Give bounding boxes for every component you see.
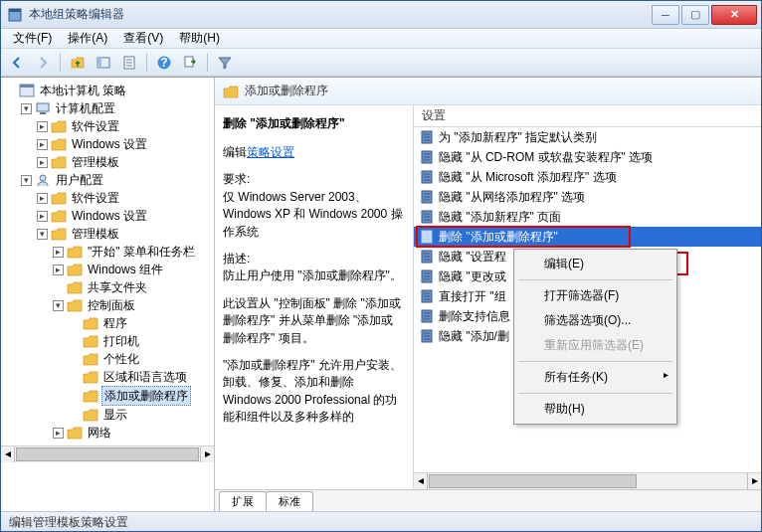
- settings-item[interactable]: 隐藏 "从 CD-ROM 或软盘安装程序" 选项: [414, 147, 761, 167]
- menu-action[interactable]: 操作(A): [60, 28, 115, 49]
- folder-icon: [83, 370, 98, 384]
- tree-item[interactable]: ▸软件设置: [37, 117, 214, 135]
- expand-icon[interactable]: ▸: [53, 265, 64, 275]
- expand-icon[interactable]: ▸: [37, 121, 48, 132]
- minimize-button[interactable]: ─: [652, 5, 679, 25]
- folder-icon: [67, 263, 83, 276]
- menu-help[interactable]: 帮助(H): [171, 28, 228, 49]
- policy-item-icon: [420, 230, 434, 244]
- policy-item-icon: [420, 170, 434, 184]
- maximize-button[interactable]: ▢: [681, 5, 709, 25]
- collapse-icon[interactable]: ▾: [21, 175, 32, 186]
- collapse-icon[interactable]: ▾: [53, 300, 64, 311]
- settings-item[interactable]: 隐藏 "添加新程序" 页面: [414, 207, 761, 227]
- settings-column-header[interactable]: 设置: [414, 105, 761, 127]
- filter-button[interactable]: [213, 52, 237, 74]
- help-button[interactable]: ?: [152, 52, 176, 74]
- policy-item-icon: [420, 329, 434, 343]
- tree-control-panel[interactable]: ▾控制面板: [53, 296, 214, 314]
- context-menu-item: 重新应用筛选器(E): [516, 333, 674, 358]
- tree-item-selected[interactable]: 添加或删除程序: [69, 386, 214, 406]
- folder-icon: [51, 155, 67, 169]
- context-menu-item[interactable]: 打开筛选器(F): [516, 283, 674, 308]
- tree-item[interactable]: 共享文件夹: [53, 278, 214, 296]
- expand-icon[interactable]: ▸: [37, 211, 48, 222]
- context-menu-item[interactable]: 所有任务(K): [516, 365, 674, 390]
- folder-icon: [83, 334, 98, 348]
- tree-item[interactable]: ▸管理模板: [37, 153, 214, 171]
- expand-icon[interactable]: ▸: [37, 193, 48, 204]
- context-menu-item[interactable]: 编辑(E): [516, 252, 674, 276]
- tree-item[interactable]: 显示: [69, 406, 214, 424]
- folder-icon: [83, 389, 98, 403]
- context-menu-item[interactable]: 帮助(H): [516, 397, 674, 422]
- tree-item[interactable]: ▸Windows 设置: [37, 135, 214, 153]
- tree-computer-config[interactable]: ▾计算机配置: [21, 99, 214, 117]
- menu-separator: [518, 393, 672, 394]
- tree-user-config[interactable]: ▾用户配置: [21, 171, 214, 189]
- settings-item[interactable]: 删除 "添加或删除程序": [414, 227, 761, 247]
- policy-item-icon: [420, 190, 434, 204]
- tree-item[interactable]: 区域和语言选项: [69, 368, 214, 386]
- tree-item[interactable]: ▸"开始" 菜单和任务栏: [53, 243, 214, 261]
- tree-item[interactable]: 程序: [69, 314, 214, 332]
- tb-sep-3: [207, 54, 208, 72]
- forward-button[interactable]: [31, 52, 55, 74]
- policy-icon: [19, 84, 35, 97]
- tree-item[interactable]: ▸Windows 组件: [53, 261, 214, 278]
- close-button[interactable]: ✕: [711, 5, 757, 25]
- menu-view[interactable]: 查看(V): [115, 28, 171, 49]
- tree-item[interactable]: 个性化: [69, 350, 214, 368]
- policy-item-icon: [420, 210, 434, 224]
- settings-item[interactable]: 为 "添加新程序" 指定默认类别: [414, 127, 761, 147]
- tree-pane[interactable]: 本地计算机 策略 ▾计算机配置 ▸软件设置 ▸Windows 设置 ▸管理模板: [1, 78, 215, 511]
- folder-icon: [51, 191, 67, 205]
- folder-icon: [51, 119, 67, 133]
- svg-rect-3: [97, 58, 101, 68]
- edit-policy-link[interactable]: 策略设置: [247, 145, 294, 159]
- menu-file[interactable]: 文件(F): [5, 28, 60, 49]
- folder-icon: [83, 408, 98, 422]
- tree-item[interactable]: ▸网络: [53, 424, 214, 442]
- tree-item[interactable]: ▸Windows 设置: [37, 207, 214, 225]
- tab-extended[interactable]: 扩展: [219, 491, 267, 511]
- up-button[interactable]: [66, 52, 90, 74]
- context-menu-item[interactable]: 筛选器选项(O)...: [516, 308, 674, 333]
- tree-root[interactable]: 本地计算机 策略: [5, 82, 214, 99]
- settings-item[interactable]: 隐藏 "从 Microsoft 添加程序" 选项: [414, 167, 761, 187]
- description-panel: 删除 "添加或删除程序" 编辑策略设置 要求:仅 Windows Server …: [215, 105, 414, 489]
- settings-item[interactable]: 隐藏 "从网络添加程序" 选项: [414, 187, 761, 207]
- expand-icon[interactable]: ▸: [53, 428, 64, 439]
- policy-item-icon: [420, 250, 434, 264]
- settings-list[interactable]: 为 "添加新程序" 指定默认类别隐藏 "从 CD-ROM 或软盘安装程序" 选项…: [414, 127, 761, 472]
- expand-icon[interactable]: ▸: [37, 139, 48, 150]
- folder-icon: [223, 85, 239, 98]
- tab-standard[interactable]: 标准: [266, 491, 313, 511]
- menubar: 文件(F) 操作(A) 查看(V) 帮助(H): [1, 29, 761, 49]
- show-hide-tree-button[interactable]: [92, 52, 115, 74]
- settings-h-scrollbar[interactable]: ◂▸: [414, 472, 761, 489]
- collapse-icon[interactable]: ▾: [37, 229, 48, 240]
- details-title: 添加或删除程序: [245, 83, 328, 99]
- context-menu: 编辑(E)打开筛选器(F)筛选器选项(O)...重新应用筛选器(E)所有任务(K…: [513, 249, 677, 425]
- policy-item-icon: [420, 150, 434, 164]
- desc-title: 删除 "添加或删除程序": [223, 115, 405, 132]
- tree-item[interactable]: ▸软件设置: [37, 189, 214, 207]
- collapse-icon[interactable]: ▾: [21, 103, 32, 114]
- policy-item-icon: [420, 269, 434, 283]
- tabs: 扩展 标准: [215, 489, 761, 511]
- folder-icon: [83, 352, 98, 366]
- tb-sep-2: [146, 54, 147, 72]
- tree-admin-templates[interactable]: ▾管理模板: [37, 225, 214, 243]
- status-bar: 编辑管理模板策略设置: [1, 511, 761, 531]
- export-button[interactable]: [178, 52, 202, 74]
- details-split: 删除 "添加或删除程序" 编辑策略设置 要求:仅 Windows Server …: [215, 105, 761, 489]
- window-controls: ─ ▢ ✕: [650, 5, 757, 25]
- properties-button[interactable]: [117, 52, 141, 74]
- back-button[interactable]: [5, 52, 29, 74]
- policy-item-icon: [420, 309, 434, 323]
- tree-h-scrollbar[interactable]: ◂▸: [1, 445, 214, 462]
- expand-icon[interactable]: ▸: [37, 157, 48, 168]
- tree-item[interactable]: 打印机: [69, 332, 214, 350]
- expand-icon[interactable]: ▸: [53, 247, 64, 258]
